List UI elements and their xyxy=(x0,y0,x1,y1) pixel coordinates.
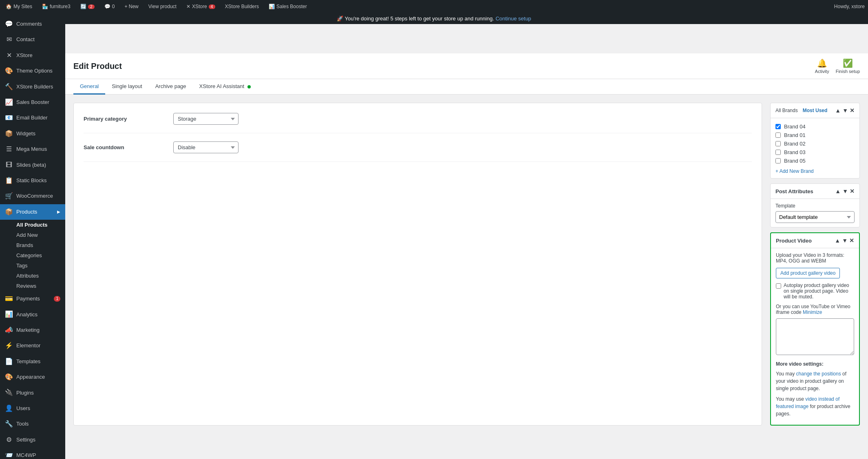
admin-bar-sales-booster[interactable]: 📊 Sales Booster xyxy=(266,0,309,13)
sidebar-item-mc4wp[interactable]: 📨 MC4WP xyxy=(0,448,65,459)
sidebar-item-woocommerce[interactable]: 🛒 WooCommerce xyxy=(0,188,65,204)
my-sites-icon: 🏠 xyxy=(6,4,12,9)
admin-bar-updates[interactable]: 🔄 2 xyxy=(78,0,97,13)
add-new-brand-link[interactable]: + Add New Brand xyxy=(775,168,855,174)
admin-bar-comments[interactable]: 💬 0 xyxy=(102,0,117,13)
sidebar-item-widgets[interactable]: 📦 Widgets xyxy=(0,126,65,141)
templates-icon: 📄 xyxy=(5,357,13,366)
sidebar-item-elementor[interactable]: ⚡ Elementor xyxy=(0,338,65,353)
sidebar-item-plugins[interactable]: 🔌 Plugins xyxy=(0,385,65,400)
video-iframe-textarea[interactable] xyxy=(776,318,854,355)
primary-category-select[interactable]: Storage Furniture Decor xyxy=(173,113,239,125)
brand-03-checkbox[interactable] xyxy=(775,150,781,155)
brands-collapse-down[interactable]: ▼ xyxy=(842,107,848,114)
finish-setup-button[interactable]: ✅ Finish setup xyxy=(836,58,860,74)
product-video-header[interactable]: Product Video ▲ ▼ ✕ xyxy=(771,233,859,248)
admin-bar-furniture3[interactable]: 🏪 furniture3 xyxy=(40,0,73,13)
brands-collapse-icons: ▲ ▼ ✕ xyxy=(835,107,855,114)
sidebar-sub-add-new[interactable]: Add New xyxy=(0,230,65,240)
admin-bar-view-product[interactable]: View product xyxy=(146,0,179,13)
template-select[interactable]: Default template Full width Sidebar xyxy=(775,211,855,223)
admin-bar-xstore-builders[interactable]: XStore Builders xyxy=(223,0,261,13)
mega-menus-icon: ☰ xyxy=(5,145,13,154)
brands-close[interactable]: ✕ xyxy=(850,107,855,114)
tab-single-layout[interactable]: Single layout xyxy=(105,79,148,95)
sidebar-item-sales-booster[interactable]: 📈 Sales Booster xyxy=(0,95,65,110)
updates-icon: 🔄 xyxy=(80,4,86,9)
products-arrow: ▶ xyxy=(57,209,60,215)
post-attributes-collapse: ▲ ▼ ✕ xyxy=(835,188,855,194)
sale-countdown-select[interactable]: Disable Enable xyxy=(173,141,239,153)
sidebar-sub-categories[interactable]: Categories xyxy=(0,250,65,260)
page-title: Edit Product xyxy=(73,62,122,71)
sidebar: 💬 Comments ✉ Contact ✕ XStore 🎨 Theme Op… xyxy=(0,13,65,459)
activity-button[interactable]: 🔔 Activity xyxy=(815,58,829,74)
xstore-builders-icon: 🔨 xyxy=(5,82,13,91)
marketing-icon: 📣 xyxy=(5,326,13,335)
tab-archive-page[interactable]: Archive page xyxy=(149,79,193,95)
brand-04-checkbox[interactable] xyxy=(775,124,781,129)
sidebar-item-users[interactable]: 👤 Users xyxy=(0,401,65,416)
sidebar-item-email-builder[interactable]: 📧 Email Builder xyxy=(0,110,65,126)
site-icon: 🏪 xyxy=(42,4,48,9)
sidebar-item-templates[interactable]: 📄 Templates xyxy=(0,354,65,369)
brand-02-checkbox[interactable] xyxy=(775,141,781,146)
sidebar-item-xstore-builders[interactable]: 🔨 XStore Builders xyxy=(0,79,65,95)
sidebar-item-contact[interactable]: ✉ Contact xyxy=(0,32,65,47)
product-video-close[interactable]: ✕ xyxy=(849,237,854,244)
sidebar-item-appearance[interactable]: 🎨 Appearance xyxy=(0,369,65,385)
elementor-icon: ⚡ xyxy=(5,341,13,350)
admin-bar-new[interactable]: + New xyxy=(122,0,141,13)
sidebar-sub-all-products[interactable]: All Products xyxy=(0,220,65,230)
sidebar-item-xstore[interactable]: ✕ XStore xyxy=(0,48,65,63)
product-video-up[interactable]: ▲ xyxy=(835,237,840,244)
sidebar-item-mega-menus[interactable]: ☰ Mega Menus xyxy=(0,141,65,157)
sidebar-sub-tags[interactable]: Tags xyxy=(0,260,65,271)
sidebar-item-theme-options[interactable]: 🎨 Theme Options xyxy=(0,63,65,79)
brand-05-checkbox[interactable] xyxy=(775,158,781,163)
tab-general[interactable]: General xyxy=(73,79,105,95)
brand-01-checkbox[interactable] xyxy=(775,132,781,138)
minimize-link[interactable]: Minimize xyxy=(803,309,822,315)
header-actions: 🔔 Activity ✅ Finish setup xyxy=(815,58,860,74)
sidebar-item-marketing[interactable]: 📣 Marketing xyxy=(0,322,65,338)
product-video-panel: Product Video ▲ ▼ ✕ Upload your Video in… xyxy=(770,232,860,426)
sidebar-item-settings[interactable]: ⚙ Settings xyxy=(0,432,65,448)
widgets-icon: 📦 xyxy=(5,129,13,138)
post-attributes-header[interactable]: Post Attributes ▲ ▼ ✕ xyxy=(771,184,859,199)
sidebar-sub-brands[interactable]: Brands xyxy=(0,240,65,250)
sidebar-item-payments[interactable]: 💳 Payments 1 xyxy=(0,291,65,307)
users-icon: 👤 xyxy=(5,404,13,413)
add-product-gallery-video-button[interactable]: Add product gallery video xyxy=(776,268,840,278)
sidebar-item-static-blocks[interactable]: 📋 Static Blocks xyxy=(0,173,65,188)
comments-icon: 💬 xyxy=(104,4,110,9)
brand-item-01: Brand 01 xyxy=(775,131,855,139)
brands-panel-header[interactable]: All Brands Most Used ▲ ▼ ✕ xyxy=(771,103,859,118)
brands-tab-most-used[interactable]: Most Used xyxy=(803,108,828,113)
sidebar-item-products[interactable]: 📦 Products ▶ xyxy=(0,204,65,220)
admin-bar-howdy: Howdy, xstore xyxy=(834,4,865,9)
right-sidebar: All Brands Most Used ▲ ▼ ✕ Brand 04 xyxy=(770,103,860,426)
sale-countdown-label: Sale countdown xyxy=(84,144,173,150)
post-attributes-close[interactable]: ✕ xyxy=(850,188,855,194)
brands-collapse-up[interactable]: ▲ xyxy=(835,107,841,114)
admin-bar-my-sites[interactable]: 🏠 My Sites xyxy=(3,0,35,13)
sidebar-sub-reviews[interactable]: Reviews xyxy=(0,281,65,291)
product-video-desc: Upload your Video in 3 formats: MP4, OGG… xyxy=(776,252,854,264)
tab-xstore-ai[interactable]: XStore AI Assistant xyxy=(193,79,257,95)
autoplay-checkbox[interactable] xyxy=(776,283,781,289)
brands-panel: All Brands Most Used ▲ ▼ ✕ Brand 04 xyxy=(770,103,860,179)
change-positions-link[interactable]: change the positions xyxy=(796,371,841,377)
sidebar-item-comments[interactable]: 💬 Comments xyxy=(0,16,65,32)
product-video-down[interactable]: ▼ xyxy=(842,237,848,244)
primary-category-row: Primary category Storage Furniture Decor xyxy=(84,113,752,133)
sidebar-item-tools[interactable]: 🔧 Tools xyxy=(0,416,65,432)
sidebar-sub-attributes[interactable]: Attributes xyxy=(0,271,65,281)
post-attributes-up[interactable]: ▲ xyxy=(835,188,841,194)
admin-bar-xstore[interactable]: ✕ XStore 4 xyxy=(184,0,218,13)
sidebar-item-analytics[interactable]: 📊 Analytics xyxy=(0,307,65,322)
brands-tab-all[interactable]: All Brands xyxy=(775,108,798,113)
continue-setup-link[interactable]: Continue setup xyxy=(495,15,531,22)
sidebar-item-slides-beta[interactable]: 🎞 Slides (beta) xyxy=(0,157,65,173)
post-attributes-down[interactable]: ▼ xyxy=(842,188,848,194)
